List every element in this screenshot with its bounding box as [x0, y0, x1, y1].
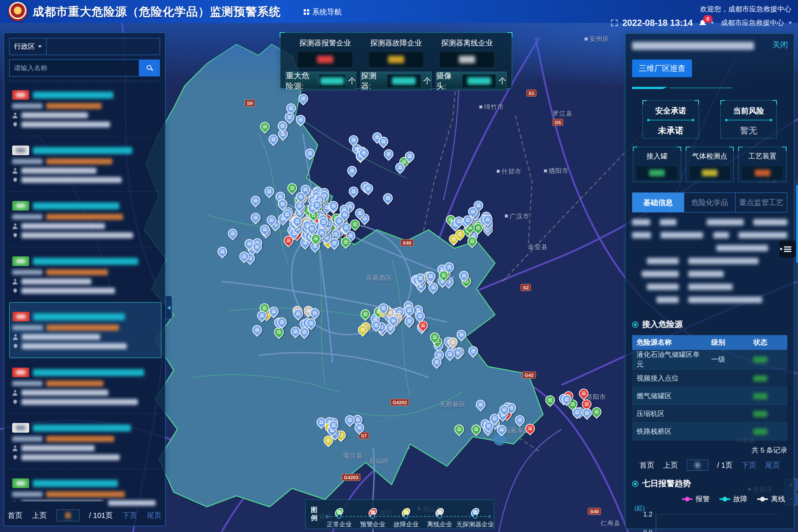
building-icon — [451, 340, 455, 344]
hazard-section-header: 接入危险源 — [632, 319, 787, 330]
bell-icon[interactable]: 0 — [699, 20, 706, 26]
enterprise-list-item[interactable] — [9, 358, 161, 413]
system-nav-label: 系统导航 — [312, 7, 342, 17]
legend-items: 正常企业预警企业故障企业离线企业无探测器企业 — [323, 500, 494, 529]
count-value-redacted — [463, 75, 495, 87]
enterprise-list-item[interactable] — [9, 247, 161, 302]
type-label-redacted — [13, 325, 43, 330]
status-badge — [12, 201, 29, 211]
map-pin-blue[interactable] — [294, 113, 307, 126]
map-pin-blue[interactable] — [263, 184, 276, 198]
pager-page-input[interactable] — [687, 460, 708, 471]
hazard-table: 危险源名称级别状态 液化石油气储罐区单元一级视频接入点位燃气储罐区压缩机区铁路栈… — [632, 335, 787, 440]
stat-label: 探测器故障企业 — [361, 38, 431, 48]
map-pin-blue[interactable] — [226, 227, 240, 241]
enterprise-list-item[interactable] — [9, 469, 161, 501]
map-pin-blue[interactable] — [345, 164, 359, 178]
map-pin-blue[interactable] — [216, 245, 229, 259]
map-pin-blue[interactable] — [343, 413, 357, 427]
pager-next[interactable]: 下页 — [122, 511, 137, 521]
expand-panel-button[interactable] — [779, 241, 796, 258]
map-pin-blue[interactable] — [249, 194, 263, 208]
enterprise-list-item[interactable] — [9, 81, 161, 136]
type-value-redacted — [46, 103, 102, 109]
map-pin-green[interactable] — [590, 405, 604, 419]
pager-last[interactable]: 尾页 — [147, 511, 161, 521]
pager-next[interactable]: 下页 — [741, 460, 756, 470]
chevron-down-icon[interactable] — [788, 22, 792, 24]
pager-page-input[interactable] — [57, 509, 79, 521]
close-button[interactable]: 关闭 — [773, 40, 788, 50]
map-pin-green[interactable] — [258, 120, 272, 133]
pager-first[interactable]: 首页 — [8, 511, 23, 521]
tab-危险化学品[interactable]: 危险化学品 — [684, 193, 736, 212]
chart-legend-item[interactable]: 报警 — [682, 494, 710, 504]
region-filter-input[interactable] — [47, 38, 160, 55]
table-row[interactable]: 液化石油气储罐区单元一级 — [632, 350, 787, 369]
map-pin-blue[interactable] — [303, 146, 317, 160]
table-row[interactable]: 铁路栈桥区 — [632, 423, 787, 440]
building-icon — [351, 138, 355, 142]
enterprise-list-item[interactable] — [9, 136, 161, 191]
type-label-redacted — [12, 492, 42, 497]
region-filter-dropdown[interactable]: 行政区 — [10, 38, 47, 55]
tab-重点监管工艺[interactable]: 重点监管工艺 — [735, 193, 787, 212]
table-row[interactable]: 视频接入点位 — [632, 369, 787, 387]
count-label: 重大危险源: — [286, 71, 316, 91]
building-icon — [565, 398, 569, 402]
chart-legend-item[interactable]: 故障 — [719, 494, 747, 504]
stat-group: 探测器离线企业 — [432, 37, 502, 68]
map-pin-blue[interactable] — [474, 398, 487, 411]
map-pin-blue[interactable] — [467, 344, 480, 358]
enterprise-list-item-selected[interactable] — [9, 302, 161, 358]
contact-redacted — [21, 279, 91, 284]
chart-legend-item[interactable]: 离线 — [757, 494, 785, 504]
pager-last[interactable]: 尾页 — [765, 460, 780, 470]
map-pin-green[interactable] — [286, 181, 299, 195]
contact-redacted — [21, 501, 103, 501]
hazard-status-redacted — [749, 369, 787, 387]
contact-redacted — [21, 445, 95, 451]
building-icon — [260, 314, 264, 318]
panel-scrollbar[interactable] — [796, 178, 798, 400]
org-menu[interactable]: 成都市应急救援中心 — [721, 18, 784, 28]
map-pin-blue[interactable] — [382, 147, 396, 161]
search-button[interactable] — [139, 59, 160, 76]
map-pin-red[interactable] — [577, 387, 590, 400]
map-pin-blue[interactable] — [249, 211, 263, 225]
stat-value-redacted — [439, 51, 495, 68]
map-pin-blue[interactable] — [347, 185, 361, 198]
building-icon — [471, 349, 475, 353]
pager-prev[interactable]: 上页 — [663, 460, 678, 470]
datetime: 2022-08-18 13:14 — [622, 18, 693, 28]
building-icon — [332, 241, 337, 245]
hazard-name: 燃气储罐区 — [632, 387, 707, 405]
enterprise-list-item[interactable] — [9, 191, 161, 247]
pager-prev[interactable]: 上页 — [32, 511, 47, 521]
search-input[interactable] — [9, 59, 139, 76]
address-redacted — [21, 232, 133, 238]
enterprise-list-item[interactable] — [9, 413, 161, 469]
map-pin-red[interactable] — [524, 422, 537, 436]
map-pin-green[interactable] — [452, 422, 466, 436]
map-pin-green[interactable] — [543, 393, 557, 407]
trend-chart: 报警故障离线 (起) 00.30.60.91.28-128-138-148-15… — [632, 494, 787, 532]
type-value-redacted — [46, 214, 123, 220]
system-nav-button[interactable]: 系统导航 — [304, 7, 342, 17]
map-pin-blue[interactable] — [381, 191, 395, 205]
table-row[interactable]: 燃气储罐区 — [632, 387, 787, 405]
sidebar-collapse-tab[interactable]: ◀ — [166, 296, 172, 319]
tab-基础信息[interactable]: 基础信息 — [632, 193, 684, 212]
map-pin-blue[interactable] — [250, 323, 264, 337]
building-icon — [407, 308, 412, 312]
map-pin-blue[interactable] — [297, 92, 310, 106]
fullscreen-icon[interactable] — [611, 20, 618, 26]
enterprise-list — [9, 81, 161, 501]
3d-tour-button[interactable]: 三维厂区巡查 — [632, 59, 692, 77]
type-label-redacted — [12, 103, 42, 109]
pager-total: / 1页 — [717, 460, 733, 470]
pager-first[interactable]: 首页 — [640, 460, 654, 470]
address-redacted — [21, 399, 138, 405]
table-row[interactable]: 压缩机区 — [632, 405, 787, 423]
map-pin-blue[interactable] — [513, 413, 527, 427]
